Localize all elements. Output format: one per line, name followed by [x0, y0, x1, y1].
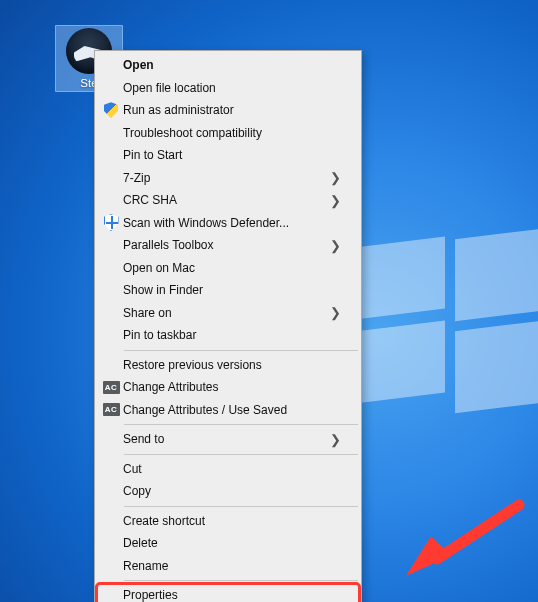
- attribute-changer-icon: AC: [99, 378, 123, 396]
- menu-item-pin-start[interactable]: Pin to Start: [97, 144, 359, 167]
- menu-item-properties[interactable]: Properties: [97, 584, 359, 602]
- menu-item-label: Change Attributes / Use Saved: [123, 403, 329, 417]
- menu-item-label: Show in Finder: [123, 283, 329, 297]
- menu-item-change-attr-saved[interactable]: ACChange Attributes / Use Saved: [97, 399, 359, 422]
- menu-item-open-file-location[interactable]: Open file location: [97, 77, 359, 100]
- menu-icon-spacer: [99, 169, 123, 187]
- chevron-right-icon: ❯: [329, 432, 341, 447]
- menu-item-label: CRC SHA: [123, 193, 329, 207]
- menu-item-cut[interactable]: Cut: [97, 458, 359, 481]
- menu-icon-spacer: [99, 512, 123, 530]
- menu-item-copy[interactable]: Copy: [97, 480, 359, 503]
- menu-icon-spacer: [99, 356, 123, 374]
- menu-item-label: Share on: [123, 306, 329, 320]
- annotation-arrow: [407, 497, 527, 577]
- menu-item-label: Pin to taskbar: [123, 328, 329, 342]
- menu-item-send-to[interactable]: Send to❯: [97, 428, 359, 451]
- menu-item-label: Send to: [123, 432, 329, 446]
- menu-separator: [124, 454, 358, 455]
- menu-item-show-finder[interactable]: Show in Finder: [97, 279, 359, 302]
- menu-item-pin-taskbar[interactable]: Pin to taskbar: [97, 324, 359, 347]
- menu-icon-spacer: [99, 146, 123, 164]
- menu-icon-spacer: [99, 259, 123, 277]
- menu-item-rename[interactable]: Rename: [97, 555, 359, 578]
- menu-item-label: Parallels Toolbox: [123, 238, 329, 252]
- menu-icon-spacer: [99, 326, 123, 344]
- menu-item-label: Rename: [123, 559, 329, 573]
- svg-marker-1: [407, 537, 451, 575]
- menu-icon-spacer: [99, 482, 123, 500]
- defender-shield-icon: [99, 214, 123, 232]
- menu-item-label: Scan with Windows Defender...: [123, 216, 329, 230]
- menu-icon-spacer: [99, 557, 123, 575]
- menu-separator: [124, 506, 358, 507]
- menu-item-label: Cut: [123, 462, 329, 476]
- menu-icon-spacer: [99, 281, 123, 299]
- chevron-right-icon: ❯: [329, 305, 341, 320]
- menu-icon-spacer: [99, 56, 123, 74]
- context-menu: OpenOpen file locationRun as administrat…: [94, 50, 362, 602]
- menu-item-label: Restore previous versions: [123, 358, 329, 372]
- menu-item-label: 7-Zip: [123, 171, 329, 185]
- menu-item-label: Create shortcut: [123, 514, 329, 528]
- desktop-wallpaper: Ste OpenOpen file locationRun as adminis…: [0, 0, 538, 602]
- svg-line-0: [437, 505, 519, 559]
- menu-item-delete[interactable]: Delete: [97, 532, 359, 555]
- menu-item-label: Copy: [123, 484, 329, 498]
- menu-item-label: Delete: [123, 536, 329, 550]
- menu-separator: [124, 580, 358, 581]
- menu-icon-spacer: [99, 124, 123, 142]
- menu-item-label: Troubleshoot compatibility: [123, 126, 329, 140]
- menu-icon-spacer: [99, 586, 123, 602]
- menu-item-troubleshoot[interactable]: Troubleshoot compatibility: [97, 122, 359, 145]
- uac-shield-icon: [99, 101, 123, 119]
- menu-item-open[interactable]: Open: [97, 54, 359, 77]
- menu-icon-spacer: [99, 430, 123, 448]
- menu-item-label: Open: [123, 58, 329, 72]
- menu-item-parallels[interactable]: Parallels Toolbox❯: [97, 234, 359, 257]
- attribute-changer-icon: AC: [99, 401, 123, 419]
- menu-item-label: Open file location: [123, 81, 329, 95]
- menu-item-create-shortcut[interactable]: Create shortcut: [97, 510, 359, 533]
- menu-item-defender[interactable]: Scan with Windows Defender...: [97, 212, 359, 235]
- windows-logo-wallpaper: [355, 234, 538, 404]
- menu-icon-spacer: [99, 79, 123, 97]
- menu-item-label: Change Attributes: [123, 380, 329, 394]
- menu-icon-spacer: [99, 534, 123, 552]
- menu-icon-spacer: [99, 236, 123, 254]
- chevron-right-icon: ❯: [329, 238, 341, 253]
- menu-icon-spacer: [99, 191, 123, 209]
- menu-separator: [124, 350, 358, 351]
- menu-item-change-attr[interactable]: ACChange Attributes: [97, 376, 359, 399]
- menu-item-run-as-admin[interactable]: Run as administrator: [97, 99, 359, 122]
- chevron-right-icon: ❯: [329, 170, 341, 185]
- menu-item-open-mac[interactable]: Open on Mac: [97, 257, 359, 280]
- menu-item-label: Properties: [123, 588, 329, 602]
- menu-icon-spacer: [99, 304, 123, 322]
- menu-item-crc-sha[interactable]: CRC SHA❯: [97, 189, 359, 212]
- menu-item-label: Pin to Start: [123, 148, 329, 162]
- menu-item-label: Run as administrator: [123, 103, 329, 117]
- menu-item-7zip[interactable]: 7-Zip❯: [97, 167, 359, 190]
- menu-item-share-on[interactable]: Share on❯: [97, 302, 359, 325]
- menu-icon-spacer: [99, 460, 123, 478]
- menu-item-label: Open on Mac: [123, 261, 329, 275]
- chevron-right-icon: ❯: [329, 193, 341, 208]
- menu-item-restore-versions[interactable]: Restore previous versions: [97, 354, 359, 377]
- menu-separator: [124, 424, 358, 425]
